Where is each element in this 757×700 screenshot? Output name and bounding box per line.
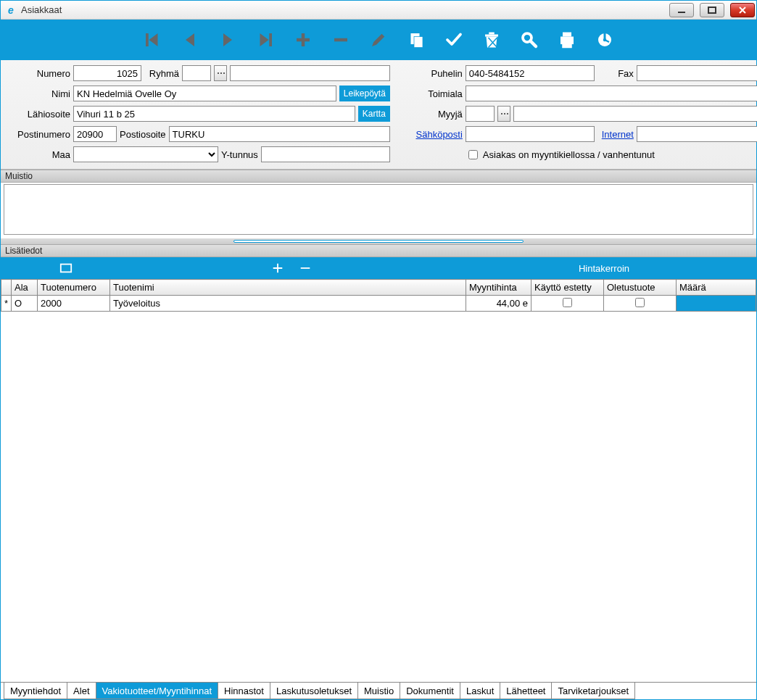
svg-rect-3	[269, 33, 272, 46]
sahkoposti-input[interactable]	[466, 126, 595, 142]
hintakerroin-label: Hintakerroin	[579, 263, 629, 274]
tab-laskutusoletukset[interactable]: Laskutusoletukset	[270, 683, 358, 699]
cell-kaytto-estetty[interactable]	[531, 296, 604, 312]
maa-select[interactable]	[73, 146, 218, 162]
myyja-lookup-button[interactable]: ⋯	[497, 106, 510, 122]
next-record-button[interactable]	[215, 28, 240, 52]
tab-vakiotuotteet-myyntihinnat[interactable]: Vakiotuotteet/Myyntihinnat	[96, 683, 219, 699]
tab-l-hetteet[interactable]: Lähetteet	[500, 683, 552, 699]
splitter[interactable]	[1, 238, 756, 244]
svg-rect-1	[708, 7, 716, 13]
close-button[interactable]	[730, 3, 755, 17]
kaytto-estetty-checkbox[interactable]	[563, 298, 572, 307]
lahiosoite-input[interactable]	[73, 106, 355, 122]
ryhma-label: Ryhmä	[144, 68, 179, 79]
add-button[interactable]	[291, 28, 315, 52]
myyntikielto-label: Asiakas on myyntikiellossa / vanhentunut	[483, 149, 655, 160]
svg-rect-0	[678, 12, 685, 13]
cell-oletustuote[interactable]	[604, 296, 677, 312]
oletustuote-checkbox[interactable]	[635, 298, 645, 307]
window-title: Asiakkaat	[21, 4, 62, 15]
col-tuotenimi[interactable]: Tuotenimi	[110, 280, 466, 296]
muistio-textarea[interactable]	[4, 184, 753, 235]
tab-myyntiehdot[interactable]: Myyntiehdot	[4, 683, 67, 699]
internet-input[interactable]	[637, 126, 757, 142]
postiosoite-input[interactable]	[169, 126, 390, 142]
copy-button[interactable]	[404, 28, 429, 52]
postinumero-input[interactable]	[73, 126, 117, 142]
grid-header-row: Ala Tuotenumero Tuotenimi Myyntihinta Kä…	[1, 280, 756, 296]
svg-rect-8	[485, 35, 498, 37]
puhelin-input[interactable]	[466, 65, 595, 81]
leikepoyta-button[interactable]: Leikepöytä	[339, 86, 390, 101]
sahkoposti-link[interactable]: Sähköposti	[402, 129, 463, 140]
col-oletustuote[interactable]: Oletustuote	[604, 280, 677, 296]
col-myyntihinta[interactable]: Myyntihinta	[466, 280, 531, 296]
tab-muistio[interactable]: Muistio	[357, 683, 400, 699]
col-kaytto-estetty[interactable]: Käyttö estetty	[531, 280, 604, 296]
myyja-input[interactable]	[466, 106, 495, 122]
tab-tarviketarjoukset[interactable]: Tarviketarjoukset	[551, 683, 635, 699]
tab-laskut[interactable]: Laskut	[460, 683, 500, 699]
ytunnus-label: Y-tunnus	[221, 149, 258, 160]
app-icon: e	[5, 4, 17, 16]
titlebar: e Asiakkaat	[1, 1, 756, 20]
ytunnus-input[interactable]	[261, 146, 390, 162]
numero-input[interactable]	[73, 65, 141, 81]
numero-label: Numero	[7, 68, 70, 79]
svg-rect-19	[301, 267, 310, 269]
toimiala-input[interactable]	[466, 86, 757, 101]
fax-input[interactable]	[637, 65, 757, 81]
confirm-button[interactable]	[442, 28, 466, 52]
cell-ala[interactable]: O	[12, 296, 38, 312]
tab-alet[interactable]: Alet	[67, 683, 96, 699]
window-icon[interactable]	[58, 260, 74, 276]
row-marker: *	[1, 296, 12, 312]
row-remove-button[interactable]	[297, 260, 313, 276]
svg-rect-16	[604, 33, 606, 39]
col-ala[interactable]: Ala	[12, 280, 38, 296]
kartta-button[interactable]: Kartta	[358, 106, 390, 122]
search-button[interactable]	[517, 28, 542, 52]
svg-rect-6	[414, 37, 423, 48]
prev-record-button[interactable]	[178, 28, 202, 52]
maximize-button[interactable]	[700, 3, 724, 17]
ryhma-input[interactable]	[182, 65, 211, 81]
bottom-tabs: MyyntiehdotAletVakiotuotteet/Myyntihinna…	[1, 682, 756, 699]
col-rowmarker[interactable]	[1, 280, 12, 296]
last-record-button[interactable]	[253, 28, 278, 52]
cell-tuotenumero[interactable]: 2000	[38, 296, 110, 312]
nimi-input[interactable]	[73, 86, 336, 101]
remove-button[interactable]	[328, 28, 353, 52]
ryhma-text-input[interactable]	[230, 65, 390, 81]
myyntikielto-checkbox[interactable]	[468, 150, 478, 159]
tab-hinnastot[interactable]: Hinnastot	[218, 683, 270, 699]
ryhma-lookup-button[interactable]: ⋯	[214, 65, 227, 81]
table-row[interactable]: *O2000Työveloitus44,00 e	[1, 296, 756, 312]
edit-button[interactable]	[366, 28, 391, 52]
fax-label: Fax	[597, 68, 634, 79]
svg-rect-18	[61, 264, 71, 272]
toimiala-label: Toimiala	[402, 88, 463, 99]
first-record-button[interactable]	[140, 28, 165, 52]
print-button[interactable]	[555, 28, 579, 52]
col-maara[interactable]: Määrä	[677, 280, 756, 296]
minimize-button[interactable]	[669, 3, 694, 17]
svg-rect-2	[146, 33, 149, 46]
products-grid[interactable]: Ala Tuotenumero Tuotenimi Myyntihinta Kä…	[1, 279, 756, 682]
header-form: Numero Ryhmä ⋯ Puhelin Fax Nimi Leikepöy…	[1, 60, 756, 170]
customers-window: e Asiakkaat	[0, 0, 757, 700]
cell-maara[interactable]	[677, 296, 756, 312]
tab-dokumentit[interactable]: Dokumentit	[400, 683, 460, 699]
col-tuotenumero[interactable]: Tuotenumero	[38, 280, 110, 296]
row-add-button[interactable]	[270, 260, 286, 276]
myyja-text-input[interactable]	[513, 106, 757, 122]
trash-button[interactable]	[479, 28, 504, 52]
lisatiedot-header: Lisätiedot	[1, 244, 756, 257]
cell-tuotenimi[interactable]: Työveloitus	[110, 296, 466, 312]
splitter-grip-icon	[233, 240, 524, 243]
maa-label: Maa	[7, 149, 70, 160]
cell-myyntihinta[interactable]: 44,00 e	[466, 296, 531, 312]
tools-button[interactable]	[592, 28, 617, 52]
internet-link[interactable]: Internet	[597, 129, 634, 140]
